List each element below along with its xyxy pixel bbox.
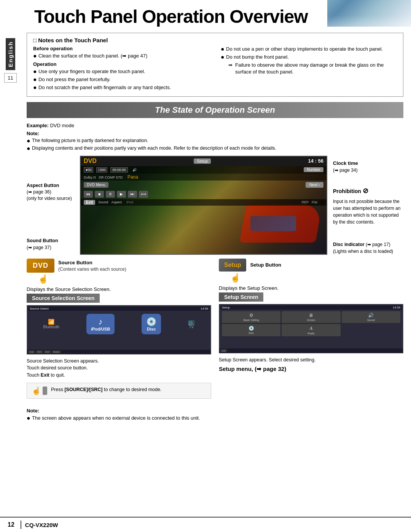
radio-item[interactable]: A Radio: [282, 324, 340, 336]
ipod-label: iPod: [126, 200, 133, 204]
before-item-1: ● Clean the surface of the touch panel. …: [33, 53, 209, 59]
right-item-2: ● Do not bump the front panel.: [221, 54, 397, 61]
pause-btn[interactable]: ⏸: [106, 191, 115, 198]
bottom-section: DVD Source Button (Content varies with e…: [27, 259, 403, 403]
mini-av1: AV1: [36, 350, 43, 353]
repeat-btn[interactable]: ⟺: [139, 191, 148, 198]
mini-exit[interactable]: Exit: [28, 350, 35, 353]
mini-source-bottom-bar: Exit AV1 AV2 Radio: [27, 350, 211, 354]
number-btn[interactable]: Number: [304, 167, 323, 172]
sound-setup-icon: 🔊: [368, 313, 374, 318]
mini-radio: Radio: [52, 350, 61, 353]
right-item-text-2: Do not bump the front panel.: [226, 54, 289, 61]
disc-setup-item[interactable]: 💿 Disc: [222, 324, 280, 336]
mini-setup-top: Setup 14:56: [220, 305, 402, 310]
bullet-icon: ●: [27, 138, 32, 144]
screen-icon: 🖥: [309, 313, 313, 318]
bullet-icon: ●: [27, 415, 32, 421]
right-sub-item: ➡ Failure to observe the above may damag…: [221, 62, 397, 75]
footer-page-num: 12: [8, 521, 14, 528]
sound-button-text: Sound Button: [27, 238, 58, 243]
note-item-1: ● The following picture is partly darken…: [27, 137, 403, 144]
info-icon: 🔊: [132, 168, 137, 172]
note-item-text-2: Displaying contents and their positions …: [32, 145, 276, 152]
aspect-ref: (➡ page 36): [27, 189, 51, 195]
disc-item[interactable]: 💿 Disc: [142, 314, 161, 334]
dr-label: DR COMP STD: [99, 176, 123, 179]
sound-setup-label: Sound: [367, 319, 375, 321]
info-row-2: Dolby D DR COMP STD Pana: [81, 174, 327, 181]
screen-setup-btn: Setup: [194, 158, 211, 164]
screen-time: 14 : 56: [308, 158, 323, 164]
note-list: ● The following picture is partly darken…: [27, 137, 403, 152]
language-label: English: [6, 38, 15, 70]
prohibition-symbol: ⊘: [363, 187, 368, 195]
mini-setup-bottom-bar: Exit: [219, 348, 403, 353]
next-btn[interactable]: Next ›: [306, 182, 323, 188]
sidebar: English 11: [0, 38, 21, 83]
page-footer: 12 CQ-VX220W: [0, 517, 411, 532]
displays-setup-text: Displays the Setup Screen.: [219, 285, 403, 291]
right-labels: Clock time (➡ page 34) Prohibition ⊘ Inp…: [327, 156, 403, 255]
setup-mini-screen: Setup 14:56 ⚙ Basic Setting 🖥 Screen 🔊 S…: [219, 304, 403, 353]
op-item-text-1: Use only your fingers to operate the tou…: [38, 68, 145, 75]
mini-setup-title: Setup: [222, 306, 230, 309]
aspect-note: (only for video source): [27, 196, 72, 201]
operation-label: Operation: [33, 61, 209, 67]
mini-source-time: 14:56: [201, 307, 208, 310]
setup-visual-btn[interactable]: Setup: [219, 259, 246, 272]
source-desc-1: Source Selection Screen appears.Touch de…: [27, 358, 211, 379]
basic-setting-item[interactable]: ⚙ Basic Setting: [222, 311, 280, 323]
screen-mockup: DVD Setup 14 : 56 ●00 ⟨000 00:00:00 🔊 Nu…: [80, 156, 327, 255]
source-selection-screen-label: Source Selection Screen: [27, 294, 100, 303]
source-area: DVD Source Button (Content varies with e…: [27, 259, 219, 403]
bullet-icon: ●: [33, 85, 38, 91]
op-item-3: ● Do not scratch the panel with fingerna…: [33, 84, 209, 91]
dvd-source-btn[interactable]: DVD: [27, 259, 54, 273]
sound-item[interactable]: 🔊 Sound: [342, 311, 400, 323]
mini-av2: AV2: [44, 350, 51, 353]
mini-setup-exit[interactable]: Exit: [220, 349, 227, 352]
next-track-btn[interactable]: ⏭: [128, 191, 137, 198]
disc-setup-icon: 💿: [249, 326, 254, 331]
phone-icon-area: ☝: [32, 386, 47, 395]
prev-btn[interactable]: ⏮: [84, 191, 93, 198]
screen-bottom-row: Exit Sound Aspect iPod REP Flat ⊙: [81, 199, 327, 206]
source-button-sub: (Content varies with each source): [58, 267, 126, 272]
indicator-icon: ⊙: [320, 200, 323, 204]
bt-label: 📶Bluetooth: [43, 319, 59, 329]
radio-icon: A: [309, 326, 312, 331]
press-text: Press [SOURCE]/[SRC] to change to desire…: [51, 386, 161, 393]
flat-label: Flat: [312, 200, 317, 204]
bullet-icon: ●: [33, 77, 38, 83]
prohibition-desc: Input is not possible because the user h…: [333, 198, 403, 225]
bottom-note-text: The screen above appears when no externa…: [32, 415, 200, 422]
bullet-icon: ●: [221, 46, 226, 52]
setup-button-label: Setup Button: [250, 261, 281, 269]
left-labels: Aspect Button (➡ page 36) (only for vide…: [27, 156, 80, 255]
phone-rect: [43, 387, 47, 395]
play-btn[interactable]: ▶: [117, 191, 126, 198]
stop-btn[interactable]: ■: [95, 191, 104, 198]
mini-source-title: Source Select: [30, 307, 49, 310]
before-item-text: Clean the surface of the touch panel. (➡…: [38, 53, 147, 59]
ipodusb-item[interactable]: ♪ iPod/USB: [86, 314, 115, 334]
bullet-icon: ●: [221, 54, 226, 60]
screen-label: Screen: [307, 319, 315, 321]
radio-label: Radio: [307, 332, 314, 335]
source-btn-labels: Source Button (Content varies with each …: [58, 259, 126, 272]
prohibition-text-label: Prohibition: [333, 188, 361, 194]
clock-time-ref: (➡ page 34): [333, 168, 358, 173]
screen-item[interactable]: 🖥 Screen: [282, 311, 340, 323]
screen-dvd-label: DVD: [84, 158, 97, 165]
exit-btn[interactable]: Exit: [84, 200, 95, 205]
right-sub-text: Failure to observe the above may damage …: [235, 62, 397, 75]
op-item-1: ● Use only your fingers to operate the t…: [33, 68, 209, 75]
tv-label: 📺TV: [188, 319, 194, 329]
setup-menu-ref: Setup menu, (➡ page 32): [219, 366, 403, 372]
finger-icon-setup: ☝: [230, 273, 403, 283]
disc-indicator-ref: (➡ page 17): [366, 242, 390, 247]
right-item-1: ● Do not use a pen or other sharp implem…: [221, 46, 397, 53]
dvd-menu-btn[interactable]: DVD Menu: [84, 182, 108, 188]
aspect-bottom: Aspect: [111, 200, 122, 204]
